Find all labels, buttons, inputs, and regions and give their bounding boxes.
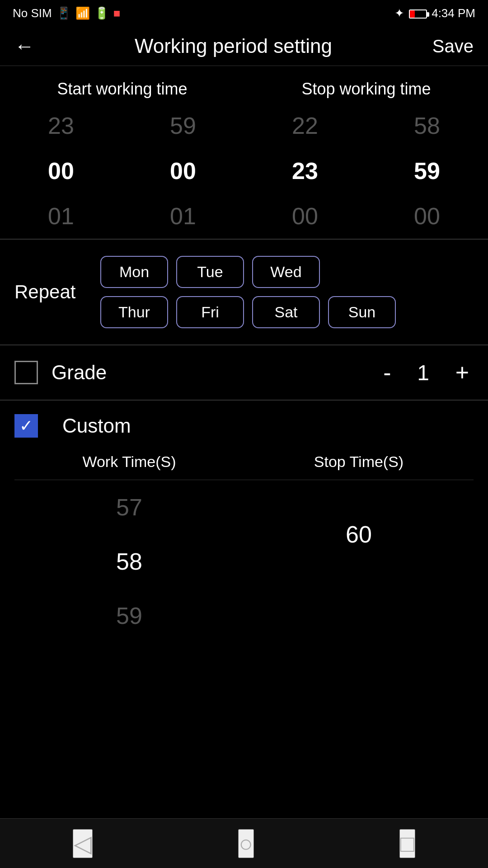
stop-minutes-column[interactable]: 58 59 00 (400, 112, 454, 230)
bluetooth-icon: ✦ (394, 6, 404, 20)
start-min-current: 00 (156, 157, 210, 184)
start-hour-next: 01 (34, 203, 88, 230)
time-section: Start working time Stop working time 23 … (0, 66, 488, 240)
save-button[interactable]: Save (432, 36, 474, 57)
stop-time-s-label: Stop Time(S) (255, 453, 462, 471)
wifi-icon: 📶 (75, 6, 90, 20)
nav-home-button[interactable]: ○ (238, 829, 254, 858)
stop-hour-next: 00 (278, 203, 332, 230)
stop-val-current: 60 (346, 521, 372, 548)
stop-min-current: 59 (400, 157, 454, 184)
days-container: Mon Tue Wed Thur Fri Sat Sun (100, 256, 396, 328)
day-button-fri[interactable]: Fri (176, 296, 244, 328)
page-title: Working period setting (135, 35, 332, 57)
work-val-prev: 57 (116, 494, 142, 521)
stop-min-prev: 58 (400, 112, 454, 139)
sim-icon: 📱 (56, 6, 71, 20)
grade-label: Grade (52, 361, 379, 384)
grade-checkbox[interactable] (14, 361, 38, 384)
day-button-thur[interactable]: Thur (100, 296, 168, 328)
stop-min-next: 00 (400, 203, 454, 230)
grade-plus-button[interactable]: + (451, 359, 474, 386)
header: ← Working period setting Save (0, 27, 488, 66)
custom-work-column[interactable]: 57 58 59 (26, 494, 232, 629)
work-val-current: 58 (116, 548, 142, 575)
custom-stop-column[interactable]: 60 (255, 494, 462, 629)
days-row-1: Mon Tue Wed (100, 256, 396, 288)
start-hours-column[interactable]: 23 00 01 (34, 112, 88, 230)
custom-label: Custom (62, 415, 131, 437)
nav-back-button[interactable]: ◁ (73, 829, 93, 858)
start-hour-current: 00 (34, 157, 88, 184)
start-minutes-column[interactable]: 59 00 01 (156, 112, 210, 230)
day-button-tue[interactable]: Tue (176, 256, 244, 288)
custom-checkbox[interactable]: ✓ (14, 414, 38, 438)
stop-hour-current: 23 (278, 157, 332, 184)
day-button-mon[interactable]: Mon (100, 256, 168, 288)
stop-hours-column[interactable]: 22 23 00 (278, 112, 332, 230)
stop-time-label: Stop working time (301, 80, 431, 99)
battery-status-icon: 🔋 (94, 6, 109, 20)
status-bar: No SIM 📱 📶 🔋 ■ ✦ 4:34 PM (0, 0, 488, 27)
carrier-text: No SIM (13, 6, 52, 20)
work-val-next: 59 (116, 602, 142, 629)
start-time-label: Start working time (57, 80, 187, 99)
grade-minus-button[interactable]: - (379, 359, 395, 386)
stop-hour-prev: 22 (278, 112, 332, 139)
clock: 4:34 PM (432, 6, 475, 20)
grade-controls: - 1 + (379, 359, 474, 386)
status-left: No SIM 📱 📶 🔋 ■ (13, 6, 120, 20)
time-headers: Start working time Stop working time (0, 75, 488, 112)
checkmark-icon: ✓ (19, 416, 33, 435)
repeat-section: Repeat Mon Tue Wed Thur Fri Sat Sun (0, 240, 488, 345)
notification-icon: ■ (113, 6, 121, 20)
repeat-inner: Repeat Mon Tue Wed Thur Fri Sat Sun (14, 256, 474, 328)
status-right: ✦ 4:34 PM (394, 6, 475, 20)
grade-value: 1 (412, 360, 435, 385)
nav-bar: ◁ ○ □ (0, 818, 488, 868)
work-time-label: Work Time(S) (26, 453, 232, 471)
day-button-wed[interactable]: Wed (252, 256, 320, 288)
custom-time-values: 57 58 59 60 (14, 480, 474, 629)
days-row-2: Thur Fri Sat Sun (100, 296, 396, 328)
grade-section: Grade - 1 + (0, 345, 488, 401)
start-hour-prev: 23 (34, 112, 88, 139)
battery-icon (409, 6, 427, 20)
repeat-label: Repeat (14, 281, 87, 303)
day-button-sun[interactable]: Sun (328, 296, 396, 328)
nav-menu-button[interactable]: □ (399, 829, 415, 858)
start-min-prev: 59 (156, 112, 210, 139)
back-button[interactable]: ← (14, 35, 34, 57)
custom-section: ✓ Custom Work Time(S) Stop Time(S) 57 58… (0, 401, 488, 629)
start-min-next: 01 (156, 203, 210, 230)
custom-header: ✓ Custom (14, 414, 474, 438)
custom-time-headers: Work Time(S) Stop Time(S) (14, 448, 474, 480)
day-button-sat[interactable]: Sat (252, 296, 320, 328)
time-columns: 23 00 01 59 00 01 22 23 00 58 59 00 (0, 112, 488, 230)
